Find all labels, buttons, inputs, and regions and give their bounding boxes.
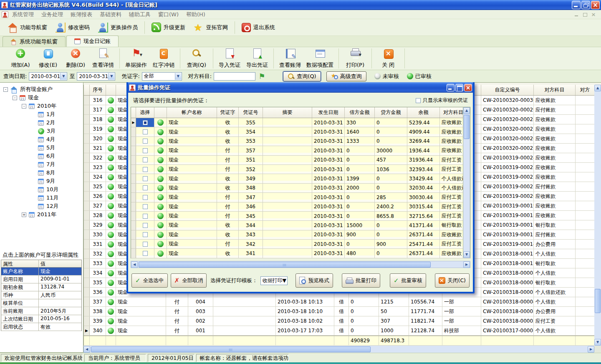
dialog-column-header-vno[interactable]: 凭证号 bbox=[239, 107, 263, 118]
scroll-left-icon[interactable]: ◀ bbox=[83, 346, 90, 353]
chevron-down-icon[interactable]: ▼ bbox=[175, 73, 181, 80]
column-header-dot[interactable] bbox=[106, 85, 116, 95]
row-checkbox[interactable] bbox=[143, 242, 148, 247]
dialog-column-header-summary[interactable]: 摘要 bbox=[263, 107, 312, 118]
column-header-custom_no[interactable]: 自定义编号 bbox=[481, 85, 534, 95]
prop-row[interactable]: 当前账期2010年5月 bbox=[1, 307, 81, 315]
dialog-voucher-row[interactable]: 现金付3462010-03-3102400.230315.44应付工资 bbox=[131, 202, 470, 212]
checkbox-icon[interactable] bbox=[416, 98, 421, 103]
tree-item[interactable]: 9月 bbox=[1, 177, 82, 185]
action-button-redchar[interactable]: 红字冲销 bbox=[150, 47, 177, 70]
dialog-voucher-row[interactable]: 现金收3492010-03-311399033429.44个人借款还款 bbox=[131, 174, 470, 183]
scrollbar-thumb[interactable] bbox=[139, 262, 431, 268]
tree-item[interactable]: 7月 bbox=[1, 160, 82, 169]
action-button-add[interactable]: 增加(A) bbox=[7, 47, 34, 70]
action-button-delete[interactable]: 删除(D) bbox=[62, 47, 89, 70]
row-checkbox[interactable] bbox=[143, 232, 148, 237]
action-button-import[interactable]: 导入凭证 bbox=[216, 47, 243, 70]
dialog-voucher-row[interactable]: 现金收3542010-03-31164004909.44应收账款 bbox=[131, 127, 470, 136]
tree-item[interactable]: 5月 bbox=[1, 144, 82, 152]
mdi-restore-button[interactable] bbox=[582, 12, 588, 18]
dialog-column-header-date[interactable]: 发生日期 bbox=[312, 107, 345, 118]
dialog-voucher-row[interactable]: 现金付3512010-03-31045731936.44应付工资 bbox=[131, 156, 470, 165]
expander-icon[interactable]: + bbox=[22, 212, 26, 217]
row-checkbox[interactable] bbox=[143, 223, 148, 228]
tab-cash-journal[interactable]: 现金日记账 bbox=[66, 35, 119, 47]
toolbar-button-exit[interactable]: 退出系统 bbox=[237, 21, 279, 34]
action-button-edit[interactable]: 修改(E) bbox=[34, 47, 62, 70]
menu-item[interactable]: 帮助(H) bbox=[182, 10, 209, 19]
tree-item[interactable]: 6月 bbox=[1, 152, 82, 160]
dialog-voucher-row[interactable]: 现金付3422010-03-31090025471.44应付工资 bbox=[131, 240, 470, 249]
tree-item[interactable]: 11月 bbox=[1, 194, 82, 202]
tree-item[interactable]: 3月 bbox=[1, 127, 82, 135]
action-button-book[interactable]: 查看账簿 bbox=[276, 47, 304, 70]
tree-item[interactable]: 1月 bbox=[1, 110, 82, 119]
dialog-voucher-row[interactable]: 现金收3532010-03-31133303269.44应收账款 bbox=[131, 137, 470, 146]
tree-item[interactable]: +2011年 bbox=[1, 210, 82, 219]
menu-item[interactable]: 辅助工具 bbox=[125, 10, 154, 19]
row-checkbox[interactable] bbox=[143, 120, 148, 125]
prop-row[interactable]: 币种人民币 bbox=[1, 291, 81, 299]
preview-format-button[interactable]: 预览格式 bbox=[295, 273, 333, 288]
tree-item[interactable]: -所有现金账户 bbox=[1, 85, 82, 94]
mdi-close-button[interactable] bbox=[590, 12, 597, 18]
chevron-down-icon[interactable]: ▼ bbox=[283, 278, 286, 283]
dialog-column-header-account[interactable]: 帐户名称 bbox=[167, 107, 217, 118]
tree-item[interactable]: 10月 bbox=[1, 185, 82, 194]
column-header-counter2[interactable]: 对方 bbox=[576, 85, 595, 95]
action-button-export[interactable]: 导出凭证 bbox=[243, 47, 271, 70]
batch-print-button[interactable]: 批量打印 bbox=[342, 273, 380, 288]
toolbar-button-home[interactable]: 功能导航窗 bbox=[3, 21, 51, 34]
action-button-flag[interactable]: ▼单据操作 bbox=[122, 47, 150, 70]
dialog-voucher-row[interactable]: 现金付3452010-03-3108655.832715.64应付工资 bbox=[131, 212, 470, 221]
tree-item[interactable]: 8月 bbox=[1, 169, 82, 177]
scrollbar-thumb[interactable] bbox=[595, 289, 601, 313]
toolbar-button-star[interactable]: 亚拓官网 bbox=[189, 21, 232, 34]
dialog-close-action-button[interactable]: 关闭(C) bbox=[435, 273, 470, 288]
print-template-select[interactable]: 收据打印 ▼ bbox=[260, 276, 288, 285]
menu-item[interactable]: 基础资料 bbox=[96, 10, 125, 19]
action-button-print[interactable]: ▼打印(P) bbox=[341, 47, 369, 70]
dialog-voucher-row[interactable]: 现金收3482010-03-312000032030.44个人借款还款 bbox=[131, 184, 470, 193]
dialog-vertical-scrollbar[interactable]: ▲ ▼ bbox=[463, 107, 470, 258]
action-button-config[interactable]: 数据项配置 bbox=[304, 47, 336, 70]
dialog-column-header-credit[interactable]: 贷方金额 bbox=[375, 107, 407, 118]
only-unaudited-checkbox[interactable]: 只显示未审核的凭证 bbox=[416, 97, 468, 104]
tree-item[interactable]: -现金 bbox=[1, 94, 82, 102]
prop-row[interactable]: 核算单位 bbox=[1, 299, 81, 307]
action-button-search[interactable]: 查询(Q) bbox=[183, 47, 210, 70]
dialog-column-header-vtype[interactable]: 凭证字 bbox=[217, 107, 239, 118]
horizontal-scrollbar[interactable]: ◀ ▶ bbox=[83, 346, 594, 353]
restore-button[interactable] bbox=[581, 1, 590, 9]
dropdown-arrow-icon[interactable]: ▼ bbox=[140, 53, 142, 57]
audited-indicator[interactable]: 已审核 bbox=[407, 73, 432, 80]
row-checkbox[interactable] bbox=[143, 204, 148, 209]
select-all-button[interactable]: ✓ 全选选中 bbox=[131, 273, 168, 288]
flag-icon[interactable]: ⚑ bbox=[258, 73, 265, 80]
dialog-voucher-row[interactable]: ▶现金收3552010-03-3133005239.44应收账款 bbox=[131, 118, 470, 127]
tree-item[interactable]: -2010年 bbox=[1, 102, 82, 110]
scroll-up-icon[interactable]: ▲ bbox=[594, 85, 601, 91]
prop-row[interactable]: 启用状态有效 bbox=[1, 323, 81, 331]
toolbar-button-switch-user[interactable]: 更换操作员 bbox=[94, 21, 142, 34]
tree-item[interactable]: 4月 bbox=[1, 135, 82, 144]
expander-icon[interactable]: - bbox=[3, 87, 8, 92]
dialog-column-header-check[interactable]: 选择 bbox=[136, 107, 154, 118]
column-header-counter[interactable]: 对方科目 bbox=[534, 85, 576, 95]
action-button-close[interactable]: 关 闭 bbox=[374, 47, 402, 70]
dialog-voucher-row[interactable]: 现金付3572010-03-310300001936.44应收账款 bbox=[131, 146, 470, 155]
row-checkbox[interactable] bbox=[143, 195, 148, 200]
row-checkbox[interactable] bbox=[143, 148, 148, 153]
table-row[interactable]: 337现金付0042010-03-18 10:13借0121510556.74一… bbox=[84, 297, 594, 307]
dialog-voucher-row[interactable]: 现金付3522010-03-310103632393.44应付工资 bbox=[131, 165, 470, 174]
prop-row[interactable]: 启用日期2009-01-01 bbox=[1, 276, 81, 283]
menu-item[interactable]: 窗口(W) bbox=[154, 10, 182, 19]
counter-subject-input[interactable] bbox=[214, 72, 255, 81]
dropdown-arrow-icon[interactable]: ▼ bbox=[359, 53, 361, 57]
expander-icon[interactable]: - bbox=[13, 96, 17, 100]
action-button-detail[interactable]: 查看详情 bbox=[89, 47, 117, 70]
row-checkbox[interactable] bbox=[143, 185, 148, 190]
expander-icon[interactable]: - bbox=[22, 104, 26, 109]
table-row[interactable]: 339现金付0022010-03-18 10:02借030711821.74一部… bbox=[84, 316, 594, 326]
